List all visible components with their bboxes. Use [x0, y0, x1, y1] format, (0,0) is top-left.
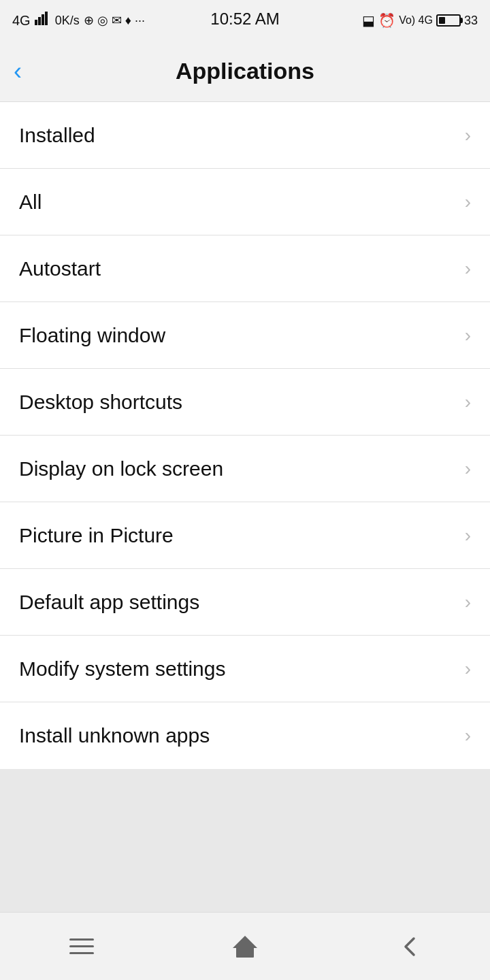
svg-rect-3	[45, 12, 48, 25]
chevron-icon-install-unknown-apps: ›	[465, 726, 471, 745]
menu-item-installed[interactable]: Installed›	[0, 102, 490, 169]
content-spacer	[0, 769, 490, 912]
status-right: ⬓ ⏰ Vo) 4G 33	[362, 12, 478, 29]
app-bar: ‹ Applications	[0, 41, 490, 102]
menu-item-label-default-app-settings: Default app settings	[19, 591, 199, 614]
menu-list: Installed›All›Autostart›Floating window›…	[0, 102, 490, 769]
icons-group: ⊕ ◎ ✉ ♦ ···	[84, 13, 145, 28]
speed-text: 0K/s	[55, 14, 80, 28]
status-bar: 4G 0K/s ⊕ ◎ ✉ ♦ ··· 10:52 AM ⬓ ⏰ Vo) 4G …	[0, 0, 490, 41]
menu-item-label-picture-in-picture: Picture in Picture	[19, 524, 174, 547]
chevron-icon-modify-system-settings: ›	[465, 659, 471, 679]
back-button[interactable]: ‹	[14, 59, 22, 84]
alarm-icon: ⏰	[378, 12, 395, 29]
hamburger-icon	[69, 938, 94, 954]
nav-menu-button[interactable]	[54, 926, 109, 967]
menu-item-desktop-shortcuts[interactable]: Desktop shortcuts›	[0, 369, 490, 436]
menu-item-label-installed: Installed	[19, 124, 95, 147]
menu-item-label-floating-window: Floating window	[19, 324, 165, 347]
volte-lte-text: Vo) 4G	[399, 14, 433, 27]
menu-item-label-modify-system-settings: Modify system settings	[19, 657, 225, 681]
back-arrow-icon	[395, 933, 422, 960]
chevron-icon-default-app-settings: ›	[465, 593, 471, 612]
home-icon	[233, 936, 257, 958]
page-title: Applications	[176, 58, 314, 84]
menu-item-label-desktop-shortcuts: Desktop shortcuts	[19, 391, 182, 414]
nav-back-button[interactable]	[381, 926, 436, 967]
bluetooth-icon: ⬓	[362, 12, 375, 29]
svg-rect-0	[35, 20, 37, 25]
nav-home-button[interactable]	[218, 926, 272, 967]
chevron-icon-display-on-lock-screen: ›	[465, 459, 471, 478]
signal-bars	[35, 12, 51, 29]
menu-item-default-app-settings[interactable]: Default app settings›	[0, 569, 490, 636]
menu-item-floating-window[interactable]: Floating window›	[0, 302, 490, 369]
bottom-nav	[0, 912, 490, 980]
status-left: 4G 0K/s ⊕ ◎ ✉ ♦ ···	[12, 12, 145, 29]
battery-indicator	[436, 14, 461, 27]
menu-item-install-unknown-apps[interactable]: Install unknown apps›	[0, 702, 490, 769]
battery-fill	[439, 17, 445, 24]
menu-item-label-install-unknown-apps: Install unknown apps	[19, 724, 210, 747]
chevron-icon-desktop-shortcuts: ›	[465, 393, 471, 412]
menu-item-label-all: All	[19, 191, 42, 214]
chevron-icon-autostart: ›	[465, 259, 471, 278]
chevron-icon-installed: ›	[465, 126, 471, 145]
menu-item-label-autostart: Autostart	[19, 257, 101, 280]
svg-rect-2	[42, 14, 44, 25]
svg-rect-1	[38, 17, 41, 25]
chevron-icon-picture-in-picture: ›	[465, 526, 471, 545]
menu-item-all[interactable]: All›	[0, 169, 490, 235]
menu-item-picture-in-picture[interactable]: Picture in Picture›	[0, 502, 490, 569]
signal-text: 4G	[12, 13, 31, 29]
menu-item-modify-system-settings[interactable]: Modify system settings›	[0, 636, 490, 702]
status-time: 10:52 AM	[210, 10, 279, 29]
chevron-icon-all: ›	[465, 193, 471, 212]
chevron-icon-floating-window: ›	[465, 326, 471, 345]
menu-item-display-on-lock-screen[interactable]: Display on lock screen›	[0, 436, 490, 502]
menu-item-label-display-on-lock-screen: Display on lock screen	[19, 457, 223, 480]
battery-percent: 33	[464, 14, 478, 28]
menu-item-autostart[interactable]: Autostart›	[0, 235, 490, 302]
